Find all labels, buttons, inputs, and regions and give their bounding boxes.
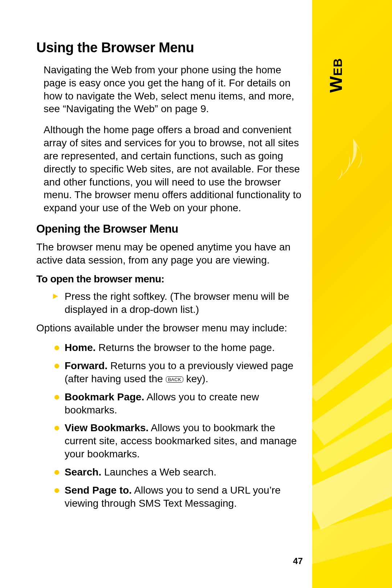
section-tab: Web — [312, 0, 392, 588]
section-tab-label: Web — [326, 58, 346, 93]
procedure-steps: Press the right softkey. (The browser me… — [54, 290, 305, 316]
option-forward: Forward. Returns you to a previously vie… — [54, 359, 305, 385]
intro-paragraph-2: Although the home page offers a broad an… — [44, 123, 305, 215]
option-send-page-to: Send Page to. Allows you to send a URL y… — [54, 484, 305, 510]
page-number: 47 — [293, 556, 303, 566]
back-key-icon: BACK — [166, 376, 184, 383]
option-view-bookmarks: View Bookmarks. Allows you to bookmark t… — [54, 421, 305, 460]
procedure-lead: To open the browser menu: — [36, 273, 305, 285]
options-intro: Options available under the browser menu… — [36, 322, 305, 335]
heading-using-browser-menu: Using the Browser Menu — [36, 40, 305, 56]
option-bookmark-page: Bookmark Page. Allows you to create new … — [54, 391, 305, 417]
procedure-step: Press the right softkey. (The browser me… — [54, 290, 305, 316]
heading-opening-browser-menu: Opening the Browser Menu — [36, 222, 305, 236]
option-home: Home. Returns the browser to the home pa… — [54, 341, 305, 354]
opening-paragraph: The browser menu may be opened anytime y… — [36, 241, 305, 267]
intro-paragraph-1: Navigating the Web from your phone using… — [44, 64, 305, 115]
sprint-flame-icon — [337, 138, 369, 181]
page-content: Using the Browser Menu Navigating the We… — [36, 40, 305, 515]
options-list: Home. Returns the browser to the home pa… — [54, 341, 305, 510]
option-search: Search. Launches a Web search. — [54, 466, 305, 479]
